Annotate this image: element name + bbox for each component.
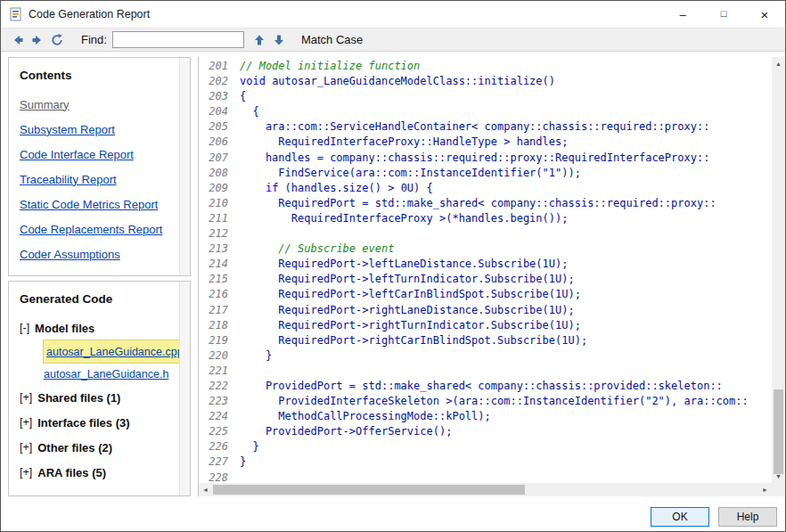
line-number: 226: [204, 439, 228, 454]
code-text: [240, 242, 278, 255]
line-number: 222: [204, 379, 228, 394]
code-viewer: 201// Model initialize function202void a…: [198, 57, 785, 496]
tree-expander-icon[interactable]: [+]: [20, 391, 32, 404]
close-button[interactable]: ×: [744, 1, 785, 28]
code-keyword: if: [266, 182, 278, 194]
ok-button[interactable]: OK: [651, 507, 709, 527]
horizontal-scroll-thumb[interactable]: [213, 485, 525, 495]
vertical-scroll-thumb[interactable]: [774, 389, 783, 474]
scroll-up-icon[interactable]: ▲: [772, 57, 785, 70]
code-line: 218 RequiredPort->rightTurnIndicator.Sub…: [204, 318, 772, 333]
report-icon: [9, 7, 23, 21]
code-line: 202void autosar_LaneGuidanceModelClass::…: [204, 74, 772, 89]
line-number: 214: [204, 257, 228, 272]
help-button[interactable]: Help: [718, 507, 777, 527]
code-line: 225 ProvidedPort->OfferService();: [204, 424, 772, 439]
vertical-scrollbar[interactable]: ▲ ▼: [772, 57, 785, 483]
generated-tree: [-]Model filesautosar_LaneGuidance.cppau…: [9, 315, 190, 485]
title-bar: Code Generation Report – □ ×: [1, 1, 785, 28]
code-comment: // Subscribe event: [278, 242, 394, 255]
scroll-down-icon[interactable]: ▼: [772, 470, 785, 483]
code-text: ProvidedInterfaceSkeleton >(ara::com::In…: [240, 395, 749, 407]
tree-expander-icon[interactable]: [+]: [20, 466, 32, 479]
code-text: }: [240, 455, 246, 468]
code-text: autosar_LaneGuidanceModelClass::initiali…: [266, 75, 555, 87]
generated-scrollbar[interactable]: [179, 282, 190, 495]
code-text: RequiredPort->rightTurnIndicator.Subscri…: [240, 319, 581, 331]
code-line: 203{: [204, 89, 772, 104]
back-button[interactable]: [8, 31, 28, 49]
code-line: 226 }: [204, 439, 772, 454]
line-number: 215: [204, 272, 228, 287]
line-number: 202: [204, 74, 228, 89]
code-text: MethodCallProcessingMode::kPoll);: [240, 410, 491, 422]
sidebar-link[interactable]: Static Code Metrics Report: [20, 192, 158, 217]
find-nav-arrows: [250, 31, 289, 49]
code-line: 209 if (handles.size() > 0U) {: [204, 181, 772, 196]
code-line: 205 ara::com::ServiceHandleContainer< co…: [204, 119, 772, 135]
match-case-toggle[interactable]: Match Case: [301, 33, 363, 46]
code-text: ProvidedPort->OfferService();: [240, 425, 452, 438]
code-text: {: [240, 105, 259, 118]
line-number: 201: [204, 59, 228, 74]
line-number: 220: [204, 348, 228, 364]
code-line: 201// Model initialize function: [204, 59, 772, 74]
code-text: RequiredPort->rightCarInBlindSpot.Subscr…: [240, 334, 587, 347]
code-line: 212: [204, 226, 772, 241]
tree-item[interactable]: [+]ARA files (5): [20, 460, 190, 485]
sidebar-link[interactable]: Subsystem Report: [20, 117, 115, 142]
maximize-button[interactable]: □: [703, 1, 744, 28]
tree-item[interactable]: [-]Model files: [20, 315, 190, 340]
scrollbar-corner: [772, 483, 785, 496]
tree-file-link[interactable]: autosar_LaneGuidance.cpp: [44, 340, 186, 363]
code-line: 215 RequiredPort->leftTurnIndicator.Subs…: [204, 272, 772, 287]
code-keyword: void: [240, 75, 266, 87]
find-input[interactable]: [112, 31, 244, 48]
refresh-button[interactable]: [47, 31, 67, 49]
sidebar-link[interactable]: Code Replacements Report: [20, 217, 162, 241]
line-number: 204: [204, 104, 228, 119]
line-number: 224: [204, 409, 228, 424]
line-number: 209: [204, 181, 228, 196]
code-line: 224 MethodCallProcessingMode::kPoll);: [204, 409, 772, 424]
line-number: 211: [204, 211, 228, 226]
find-next-button[interactable]: [269, 31, 289, 49]
line-number: 218: [204, 318, 228, 333]
code-line: 222 ProvidedPort = std::make_shared< com…: [204, 379, 772, 394]
scroll-right-icon[interactable]: ►: [758, 483, 772, 496]
scroll-left-icon[interactable]: ◄: [199, 483, 212, 496]
sidebar-link[interactable]: Coder Assumptions: [20, 241, 120, 266]
tree-item[interactable]: [+]Interface files (3): [20, 410, 190, 435]
tree-item[interactable]: [+]Other files (2): [20, 435, 190, 460]
line-number: 210: [204, 196, 228, 211]
line-number: 221: [204, 364, 228, 379]
code-text: (handles.size() > 0U) {: [278, 182, 432, 194]
sidebar-link[interactable]: Traceability Report: [20, 167, 117, 192]
find-previous-button[interactable]: [250, 31, 269, 49]
code-line: 206 RequiredInterfaceProxy::HandleType >…: [204, 135, 772, 150]
code-text: RequiredPort->leftLaneDistance.Subscribe…: [240, 258, 568, 270]
code-content: 201// Model initialize function202void a…: [199, 57, 772, 483]
sidebar-link[interactable]: Summary: [20, 92, 70, 117]
code-line: 211 RequiredInterfaceProxy >(*handles.be…: [204, 211, 772, 226]
minimize-button[interactable]: –: [662, 1, 703, 28]
tree-expander-icon[interactable]: [+]: [20, 416, 32, 429]
tree-label: ARA files (5): [37, 466, 106, 479]
contents-panel: Contents SummarySubsystem ReportCode Int…: [8, 57, 191, 276]
sidebar-link[interactable]: Code Interface Report: [20, 142, 134, 167]
code-text: RequiredPort->leftCarInBlindSpot.Subscri…: [240, 288, 581, 300]
tree-expander-icon[interactable]: [-]: [20, 322, 29, 334]
tree-file-link[interactable]: autosar_LaneGuidance.h: [44, 363, 168, 385]
contents-scrollbar[interactable]: [179, 58, 190, 275]
horizontal-scrollbar[interactable]: ◄ ►: [199, 483, 772, 496]
tree-label: Interface files (3): [37, 416, 129, 430]
code-line: 228: [204, 471, 772, 483]
window-controls: – □ ×: [662, 1, 785, 28]
code-text: RequiredPort->rightLaneDistance.Subscrib…: [240, 304, 575, 316]
code-line: 213 // Subscribe event: [204, 241, 772, 257]
forward-button[interactable]: [28, 31, 47, 49]
tree-item[interactable]: [+]Shared files (1): [20, 385, 190, 410]
line-number: 212: [204, 226, 228, 241]
tree-expander-icon[interactable]: [+]: [20, 441, 32, 454]
code-text: handles = company::chassis::required::pr…: [240, 151, 709, 164]
